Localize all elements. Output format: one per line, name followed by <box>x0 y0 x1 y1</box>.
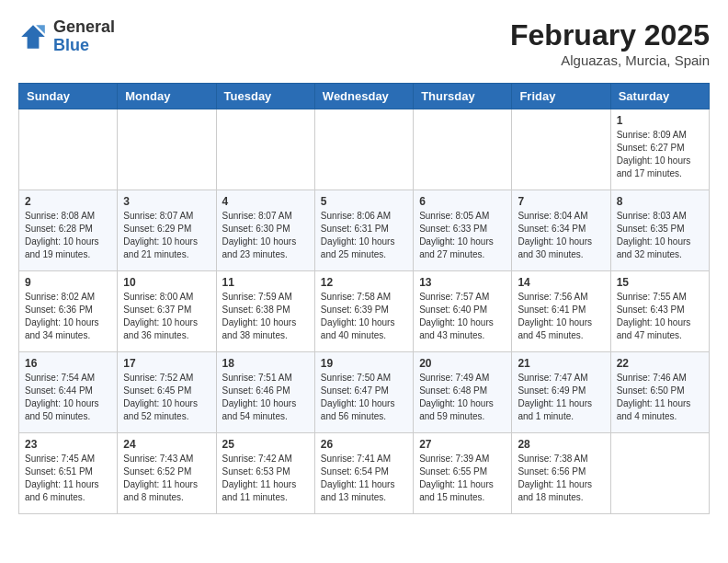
day-info: Sunrise: 7:51 AM Sunset: 6:46 PM Dayligh… <box>222 372 309 423</box>
day-info: Sunrise: 7:58 AM Sunset: 6:39 PM Dayligh… <box>321 291 407 342</box>
day-number: 19 <box>321 357 407 370</box>
weekday-header-thursday: Thursday <box>414 84 512 109</box>
calendar-cell: 8Sunrise: 8:03 AM Sunset: 6:35 PM Daylig… <box>610 190 709 271</box>
calendar-cell: 20Sunrise: 7:49 AM Sunset: 6:48 PM Dayli… <box>414 352 512 433</box>
day-info: Sunrise: 7:55 AM Sunset: 6:43 PM Dayligh… <box>617 291 703 342</box>
day-number: 21 <box>518 357 604 370</box>
day-info: Sunrise: 8:08 AM Sunset: 6:28 PM Dayligh… <box>25 210 111 261</box>
day-number: 26 <box>321 438 407 451</box>
calendar-cell: 14Sunrise: 7:56 AM Sunset: 6:41 PM Dayli… <box>512 271 610 352</box>
day-number: 23 <box>25 438 111 451</box>
calendar-cell <box>610 433 709 514</box>
day-number: 15 <box>617 276 703 289</box>
day-number: 4 <box>222 195 309 208</box>
calendar-cell: 6Sunrise: 8:05 AM Sunset: 6:33 PM Daylig… <box>414 190 512 271</box>
calendar-cell: 10Sunrise: 8:00 AM Sunset: 6:37 PM Dayli… <box>118 271 216 352</box>
calendar-cell: 4Sunrise: 8:07 AM Sunset: 6:30 PM Daylig… <box>216 190 314 271</box>
day-number: 14 <box>518 276 604 289</box>
calendar-cell <box>414 109 512 190</box>
calendar-cell: 2Sunrise: 8:08 AM Sunset: 6:28 PM Daylig… <box>19 190 118 271</box>
day-info: Sunrise: 7:50 AM Sunset: 6:47 PM Dayligh… <box>321 372 407 423</box>
page-header: General Blue February 2025 Alguazas, Mur… <box>18 18 710 68</box>
calendar-cell <box>314 109 413 190</box>
day-info: Sunrise: 8:00 AM Sunset: 6:37 PM Dayligh… <box>123 291 210 342</box>
day-info: Sunrise: 8:06 AM Sunset: 6:31 PM Dayligh… <box>321 210 407 261</box>
day-info: Sunrise: 7:57 AM Sunset: 6:40 PM Dayligh… <box>419 291 506 342</box>
week-row-3: 9Sunrise: 8:02 AM Sunset: 6:36 PM Daylig… <box>19 271 710 352</box>
calendar-cell: 5Sunrise: 8:06 AM Sunset: 6:31 PM Daylig… <box>314 190 413 271</box>
day-info: Sunrise: 7:52 AM Sunset: 6:45 PM Dayligh… <box>123 372 210 423</box>
calendar-cell: 3Sunrise: 8:07 AM Sunset: 6:29 PM Daylig… <box>118 190 216 271</box>
calendar-cell: 1Sunrise: 8:09 AM Sunset: 6:27 PM Daylig… <box>610 109 709 190</box>
calendar-cell: 26Sunrise: 7:41 AM Sunset: 6:54 PM Dayli… <box>314 433 413 514</box>
day-number: 12 <box>321 276 407 289</box>
calendar-cell: 12Sunrise: 7:58 AM Sunset: 6:39 PM Dayli… <box>314 271 413 352</box>
day-number: 27 <box>419 438 506 451</box>
calendar-cell: 21Sunrise: 7:47 AM Sunset: 6:49 PM Dayli… <box>512 352 610 433</box>
title-block: February 2025 Alguazas, Murcia, Spain <box>510 18 710 68</box>
calendar-cell: 25Sunrise: 7:42 AM Sunset: 6:53 PM Dayli… <box>216 433 314 514</box>
day-number: 1 <box>617 114 703 127</box>
day-number: 5 <box>321 195 407 208</box>
day-info: Sunrise: 7:45 AM Sunset: 6:51 PM Dayligh… <box>25 453 111 504</box>
day-info: Sunrise: 8:07 AM Sunset: 6:29 PM Dayligh… <box>123 210 210 261</box>
location-subtitle: Alguazas, Murcia, Spain <box>510 52 710 68</box>
logo: General Blue <box>18 18 115 55</box>
calendar-cell <box>19 109 118 190</box>
day-number: 3 <box>123 195 210 208</box>
day-number: 28 <box>518 438 604 451</box>
calendar-cell: 11Sunrise: 7:59 AM Sunset: 6:38 PM Dayli… <box>216 271 314 352</box>
day-info: Sunrise: 7:59 AM Sunset: 6:38 PM Dayligh… <box>222 291 309 342</box>
calendar-cell: 13Sunrise: 7:57 AM Sunset: 6:40 PM Dayli… <box>414 271 512 352</box>
calendar-cell: 16Sunrise: 7:54 AM Sunset: 6:44 PM Dayli… <box>19 352 118 433</box>
weekday-header-tuesday: Tuesday <box>216 84 314 109</box>
calendar-cell: 23Sunrise: 7:45 AM Sunset: 6:51 PM Dayli… <box>19 433 118 514</box>
day-number: 13 <box>419 276 506 289</box>
week-row-5: 23Sunrise: 7:45 AM Sunset: 6:51 PM Dayli… <box>19 433 710 514</box>
day-info: Sunrise: 8:02 AM Sunset: 6:36 PM Dayligh… <box>25 291 111 342</box>
day-info: Sunrise: 7:54 AM Sunset: 6:44 PM Dayligh… <box>25 372 111 423</box>
day-info: Sunrise: 7:42 AM Sunset: 6:53 PM Dayligh… <box>222 453 309 504</box>
calendar-cell: 27Sunrise: 7:39 AM Sunset: 6:55 PM Dayli… <box>414 433 512 514</box>
calendar-table: SundayMondayTuesdayWednesdayThursdayFrid… <box>18 83 710 514</box>
weekday-header-saturday: Saturday <box>610 84 709 109</box>
day-info: Sunrise: 8:04 AM Sunset: 6:34 PM Dayligh… <box>518 210 604 261</box>
calendar-cell: 17Sunrise: 7:52 AM Sunset: 6:45 PM Dayli… <box>118 352 216 433</box>
day-number: 8 <box>617 195 703 208</box>
day-number: 22 <box>617 357 703 370</box>
calendar-cell <box>512 109 610 190</box>
day-info: Sunrise: 7:41 AM Sunset: 6:54 PM Dayligh… <box>321 453 407 504</box>
day-info: Sunrise: 7:39 AM Sunset: 6:55 PM Dayligh… <box>419 453 506 504</box>
day-info: Sunrise: 7:49 AM Sunset: 6:48 PM Dayligh… <box>419 372 506 423</box>
day-number: 9 <box>25 276 111 289</box>
day-info: Sunrise: 8:09 AM Sunset: 6:27 PM Dayligh… <box>617 129 703 180</box>
calendar-cell <box>216 109 314 190</box>
calendar-cell: 15Sunrise: 7:55 AM Sunset: 6:43 PM Dayli… <box>610 271 709 352</box>
day-number: 7 <box>518 195 604 208</box>
day-info: Sunrise: 8:07 AM Sunset: 6:30 PM Dayligh… <box>222 210 309 261</box>
day-number: 25 <box>222 438 309 451</box>
day-number: 6 <box>419 195 506 208</box>
day-number: 16 <box>25 357 111 370</box>
day-info: Sunrise: 8:03 AM Sunset: 6:35 PM Dayligh… <box>617 210 703 261</box>
day-info: Sunrise: 7:56 AM Sunset: 6:41 PM Dayligh… <box>518 291 604 342</box>
calendar-cell: 19Sunrise: 7:50 AM Sunset: 6:47 PM Dayli… <box>314 352 413 433</box>
month-year-title: February 2025 <box>510 18 710 52</box>
day-info: Sunrise: 7:47 AM Sunset: 6:49 PM Dayligh… <box>518 372 604 423</box>
day-info: Sunrise: 7:38 AM Sunset: 6:56 PM Dayligh… <box>518 453 604 504</box>
day-number: 10 <box>123 276 210 289</box>
weekday-header-friday: Friday <box>512 84 610 109</box>
weekday-header-wednesday: Wednesday <box>314 84 413 109</box>
logo-icon <box>18 22 48 52</box>
day-number: 20 <box>419 357 506 370</box>
calendar-cell <box>118 109 216 190</box>
weekday-header-row: SundayMondayTuesdayWednesdayThursdayFrid… <box>19 84 710 109</box>
week-row-4: 16Sunrise: 7:54 AM Sunset: 6:44 PM Dayli… <box>19 352 710 433</box>
day-number: 11 <box>222 276 309 289</box>
day-info: Sunrise: 8:05 AM Sunset: 6:33 PM Dayligh… <box>419 210 506 261</box>
day-number: 24 <box>123 438 210 451</box>
calendar-cell: 28Sunrise: 7:38 AM Sunset: 6:56 PM Dayli… <box>512 433 610 514</box>
day-number: 18 <box>222 357 309 370</box>
logo-blue-text: Blue <box>53 36 89 54</box>
calendar-cell: 24Sunrise: 7:43 AM Sunset: 6:52 PM Dayli… <box>118 433 216 514</box>
